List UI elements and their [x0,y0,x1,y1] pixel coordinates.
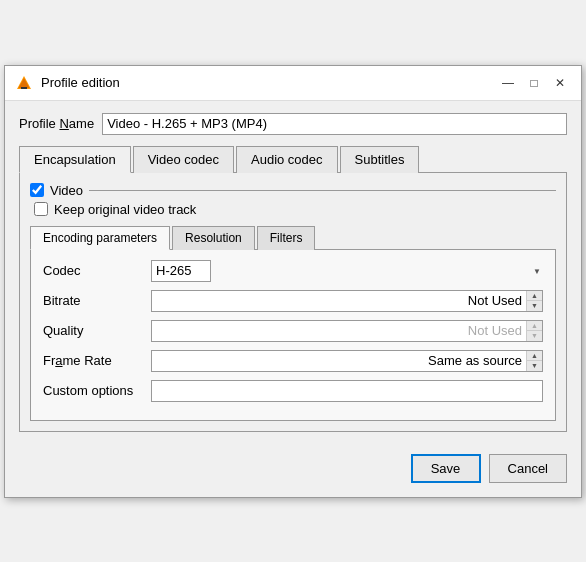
dialog-content: Profile Name Encapsulation Video codec A… [5,101,581,444]
tab-resolution[interactable]: Resolution [172,226,255,250]
video-label: Video [50,183,83,198]
save-button[interactable]: Save [411,454,481,483]
bitrate-arrows: ▲ ▼ [526,291,542,311]
window-controls: — □ ✕ [497,74,571,92]
framerate-up-button[interactable]: ▲ [527,351,542,362]
title-bar: Profile edition — □ ✕ [5,66,581,101]
tab-filters[interactable]: Filters [257,226,316,250]
framerate-label: Frame Rate [43,353,143,368]
framerate-row: Frame Rate ▲ ▼ [43,350,543,372]
keep-original-label: Keep original video track [54,202,196,217]
framerate-spinbox: ▲ ▼ [151,350,543,372]
maximize-button[interactable]: □ [523,74,545,92]
bitrate-down-button[interactable]: ▼ [527,301,542,311]
tab-subtitles[interactable]: Subtitles [340,146,420,173]
tab-encapsulation[interactable]: Encapsulation [19,146,131,173]
video-checkbox-row: Video [30,183,556,198]
tab-audio-codec[interactable]: Audio codec [236,146,338,173]
keep-original-checkbox[interactable] [34,202,48,216]
codec-control: H-265 H-264 MPEG-4 MPEG-2 [151,260,543,282]
cancel-button[interactable]: Cancel [489,454,567,483]
custom-options-label: Custom options [43,383,143,398]
tab-encoding-parameters[interactable]: Encoding parameters [30,226,170,250]
profile-edition-dialog: Profile edition — □ ✕ Profile Name Encap… [4,65,582,498]
quality-row: Quality ▲ ▼ [43,320,543,342]
svg-marker-1 [19,78,30,88]
vlc-icon [15,74,33,92]
framerate-arrows: ▲ ▼ [526,351,542,371]
quality-control: ▲ ▼ [151,320,543,342]
svg-rect-2 [21,87,27,89]
close-button[interactable]: ✕ [549,74,571,92]
video-section: Video Keep original video track [30,183,556,217]
quality-arrows: ▲ ▼ [526,321,542,341]
custom-options-control [151,380,543,402]
quality-input [156,323,538,338]
window-title: Profile edition [41,75,497,90]
video-checkbox-group: Video [30,183,89,198]
custom-options-row: Custom options [43,380,543,402]
inner-tab-bar: Encoding parameters Resolution Filters [30,225,556,250]
quality-label: Quality [43,323,143,338]
video-checkbox[interactable] [30,183,44,197]
codec-label: Codec [43,263,143,278]
bitrate-spinbox: ▲ ▼ [151,290,543,312]
dialog-footer: Save Cancel [5,444,581,497]
framerate-control: ▲ ▼ [151,350,543,372]
encoding-parameters-panel: Codec H-265 H-264 MPEG-4 MPEG-2 [30,250,556,421]
profile-name-row: Profile Name [19,113,567,135]
main-panel: Video Keep original video track Encoding… [19,173,567,432]
quality-spinbox: ▲ ▼ [151,320,543,342]
framerate-down-button[interactable]: ▼ [527,361,542,371]
minimize-button[interactable]: — [497,74,519,92]
quality-down-button: ▼ [527,331,542,341]
codec-select[interactable]: H-265 H-264 MPEG-4 MPEG-2 [151,260,211,282]
profile-name-input[interactable] [102,113,567,135]
bitrate-row: Bitrate ▲ ▼ [43,290,543,312]
custom-options-input[interactable] [151,380,543,402]
bitrate-input[interactable] [156,293,538,308]
bitrate-label: Bitrate [43,293,143,308]
profile-name-label: Profile Name [19,116,94,131]
codec-select-wrapper: H-265 H-264 MPEG-4 MPEG-2 [151,260,543,282]
bitrate-up-button[interactable]: ▲ [527,291,542,302]
main-tab-bar: Encapsulation Video codec Audio codec Su… [19,145,567,173]
keep-original-row: Keep original video track [34,202,556,217]
codec-row: Codec H-265 H-264 MPEG-4 MPEG-2 [43,260,543,282]
bitrate-control: ▲ ▼ [151,290,543,312]
tab-video-codec[interactable]: Video codec [133,146,234,173]
framerate-input[interactable] [156,353,538,368]
quality-up-button: ▲ [527,321,542,332]
